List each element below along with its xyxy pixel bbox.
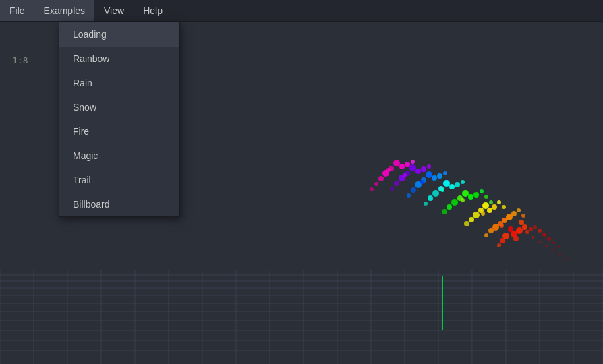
menu-file[interactable]: File bbox=[0, 0, 34, 21]
menu-examples[interactable]: Examples bbox=[34, 0, 94, 21]
svg-point-76 bbox=[455, 182, 460, 187]
svg-point-41 bbox=[500, 238, 505, 243]
dropdown-item-magic[interactable]: Magic bbox=[59, 144, 179, 168]
svg-point-50 bbox=[492, 224, 499, 231]
svg-point-69 bbox=[451, 199, 458, 206]
svg-point-85 bbox=[421, 177, 426, 183]
svg-point-56 bbox=[482, 202, 489, 209]
svg-point-78 bbox=[461, 180, 465, 184]
svg-point-92 bbox=[421, 166, 426, 172]
svg-point-87 bbox=[411, 187, 416, 193]
dropdown-item-rainbow[interactable]: Rainbow bbox=[59, 47, 179, 71]
svg-point-81 bbox=[424, 202, 428, 206]
svg-point-65 bbox=[462, 190, 469, 197]
svg-point-57 bbox=[492, 204, 497, 210]
svg-point-54 bbox=[484, 233, 488, 237]
dropdown-item-rain[interactable]: Rain bbox=[59, 71, 179, 95]
svg-point-53 bbox=[521, 214, 525, 218]
svg-point-98 bbox=[399, 164, 405, 169]
svg-point-101 bbox=[389, 166, 394, 171]
svg-point-37 bbox=[533, 225, 537, 229]
svg-point-89 bbox=[443, 171, 447, 175]
svg-point-97 bbox=[427, 164, 431, 169]
svg-point-114 bbox=[481, 212, 485, 216]
svg-point-30 bbox=[522, 224, 527, 230]
svg-point-119 bbox=[386, 168, 391, 172]
svg-point-45 bbox=[557, 245, 560, 248]
svg-point-117 bbox=[420, 180, 424, 184]
svg-point-109 bbox=[545, 245, 548, 247]
svg-point-102 bbox=[382, 170, 389, 177]
svg-point-94 bbox=[399, 175, 405, 181]
svg-point-108 bbox=[538, 241, 541, 243]
svg-point-35 bbox=[529, 227, 533, 231]
svg-point-51 bbox=[517, 208, 521, 212]
dropdown-item-loading[interactable]: Loading bbox=[59, 22, 179, 47]
svg-point-34 bbox=[508, 226, 513, 232]
svg-point-116 bbox=[440, 188, 444, 192]
svg-point-79 bbox=[432, 190, 439, 197]
svg-point-63 bbox=[464, 221, 469, 226]
examples-dropdown: Loading Rainbow Rain Snow Fire Magic Tra… bbox=[59, 22, 180, 217]
svg-point-91 bbox=[409, 164, 416, 171]
svg-point-38 bbox=[502, 233, 509, 239]
svg-point-72 bbox=[442, 209, 447, 214]
svg-point-77 bbox=[438, 186, 444, 191]
svg-point-110 bbox=[552, 249, 554, 252]
dropdown-item-billboard[interactable]: Billboard bbox=[59, 192, 179, 216]
svg-point-103 bbox=[378, 176, 384, 181]
svg-point-61 bbox=[502, 205, 506, 209]
svg-point-42 bbox=[547, 237, 551, 241]
svg-point-60 bbox=[473, 212, 480, 218]
svg-point-67 bbox=[457, 195, 463, 201]
svg-point-88 bbox=[407, 193, 411, 198]
svg-point-115 bbox=[461, 198, 465, 202]
svg-point-111 bbox=[558, 253, 561, 256]
svg-point-83 bbox=[426, 171, 432, 178]
menu-help[interactable]: Help bbox=[134, 0, 172, 21]
svg-point-113 bbox=[500, 224, 504, 228]
svg-point-44 bbox=[497, 243, 501, 247]
scale-label: 1:8 bbox=[12, 55, 28, 65]
grid-floor: .grid-line { stroke: #3d4455; stroke-wid… bbox=[0, 270, 603, 364]
svg-point-33 bbox=[525, 230, 529, 234]
svg-point-55 bbox=[487, 208, 492, 213]
svg-point-93 bbox=[405, 171, 410, 176]
svg-point-31 bbox=[511, 231, 517, 237]
svg-point-46 bbox=[502, 218, 507, 223]
svg-point-106 bbox=[370, 187, 374, 191]
svg-point-59 bbox=[497, 200, 501, 204]
svg-point-82 bbox=[432, 175, 437, 181]
svg-point-95 bbox=[394, 181, 399, 186]
svg-point-99 bbox=[393, 160, 400, 166]
svg-point-105 bbox=[411, 160, 415, 164]
svg-point-107 bbox=[532, 236, 534, 239]
svg-point-100 bbox=[405, 162, 410, 167]
axis-line bbox=[442, 276, 443, 330]
svg-point-75 bbox=[443, 180, 450, 187]
svg-point-49 bbox=[511, 211, 517, 216]
svg-point-112 bbox=[565, 257, 568, 260]
svg-point-64 bbox=[468, 194, 473, 200]
svg-point-43 bbox=[552, 241, 555, 244]
svg-point-74 bbox=[449, 184, 455, 189]
svg-point-96 bbox=[390, 187, 394, 191]
svg-point-104 bbox=[374, 182, 378, 186]
svg-point-71 bbox=[447, 204, 452, 210]
menu-view[interactable]: View bbox=[94, 0, 134, 21]
svg-point-80 bbox=[428, 195, 433, 201]
svg-point-48 bbox=[498, 221, 503, 226]
svg-point-90 bbox=[415, 169, 421, 174]
svg-point-47 bbox=[506, 214, 513, 220]
svg-point-58 bbox=[478, 208, 484, 213]
dropdown-item-snow[interactable]: Snow bbox=[59, 95, 179, 119]
svg-point-84 bbox=[437, 173, 442, 179]
svg-point-36 bbox=[513, 236, 519, 241]
svg-point-62 bbox=[469, 217, 474, 222]
dropdown-item-trail[interactable]: Trail bbox=[59, 168, 179, 192]
svg-point-70 bbox=[484, 195, 488, 199]
svg-point-73 bbox=[489, 200, 493, 204]
dropdown-item-fire[interactable]: Fire bbox=[59, 119, 179, 144]
svg-point-32 bbox=[519, 220, 524, 225]
svg-point-40 bbox=[542, 233, 546, 237]
